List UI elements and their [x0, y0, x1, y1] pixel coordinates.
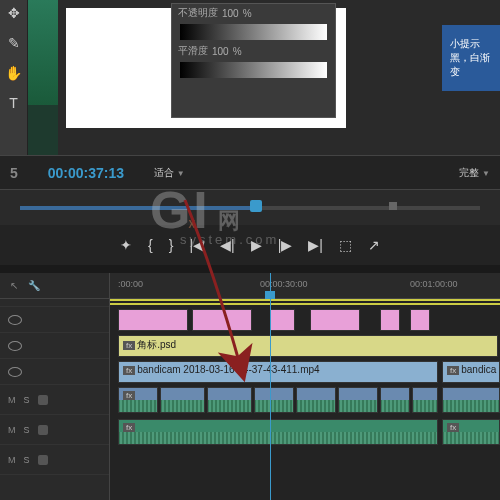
clip[interactable]: fxbandicam 2018-03-16 14-37-43-411.mp4: [118, 361, 438, 383]
program-monitor: 不透明度100% 平滑度100%: [58, 0, 500, 155]
clip[interactable]: [118, 309, 188, 331]
chevron-down-icon: ▼: [482, 169, 490, 178]
canvas[interactable]: 不透明度100% 平滑度100%: [66, 8, 346, 128]
timeline-tracks[interactable]: :00:00 00:00:30:00 00:01:00:00 fx角标.psd …: [110, 273, 500, 500]
scrub-bar[interactable]: [0, 190, 500, 225]
a3-header[interactable]: MS: [0, 445, 109, 475]
opacity-label: 不透明度: [178, 6, 218, 20]
clip[interactable]: [310, 309, 360, 331]
clip[interactable]: [380, 309, 400, 331]
cursor-icon[interactable]: ↖: [10, 280, 18, 291]
audio-clip[interactable]: [442, 387, 500, 413]
add-marker-icon[interactable]: ✦: [120, 237, 132, 253]
go-in-icon[interactable]: |◀: [189, 237, 204, 253]
audio-clip[interactable]: [338, 387, 378, 413]
mic-icon[interactable]: [38, 425, 48, 435]
out-marker[interactable]: [389, 202, 397, 210]
mic-icon[interactable]: [38, 395, 48, 405]
audio-clip[interactable]: [160, 387, 205, 413]
tooltip: 小提示 黑，白渐变: [442, 25, 500, 91]
move-tool-icon[interactable]: ✥: [3, 2, 25, 24]
timeline-tools: ↖ 🔧: [0, 273, 109, 299]
mark-out-icon[interactable]: }: [169, 237, 174, 253]
fit-dropdown[interactable]: 适合: [154, 167, 174, 178]
v1-track: fxbandicam 2018-03-16 14-37-43-411.mp4 f…: [110, 359, 500, 385]
eye-icon[interactable]: [8, 341, 22, 351]
ruler-tick: 00:01:00:00: [410, 279, 458, 289]
a1-header[interactable]: MS: [0, 385, 109, 415]
step-forward-icon[interactable]: |▶: [278, 237, 293, 253]
v1-header[interactable]: [0, 359, 109, 385]
quality-dropdown[interactable]: 完整: [459, 167, 479, 178]
v3-track: [110, 307, 500, 333]
program-bar: 5 00:00:37:13 适合 ▼ 完整 ▼: [0, 155, 500, 190]
lift-icon[interactable]: ⬚: [339, 237, 352, 253]
track-header-panel: ↖ 🔧 MS MS MS: [0, 273, 110, 500]
gradient-panel: 不透明度100% 平滑度100%: [171, 3, 336, 118]
hand-tool-icon[interactable]: ✋: [3, 62, 25, 84]
transport-controls: ✦ { } |◀ ◀| ▶ |▶ ▶| ⬚ ↗: [0, 225, 500, 265]
source-mark: 5: [10, 165, 18, 181]
timeline: ↖ 🔧 MS MS MS :00:00 00:00:30:00 00:01:00…: [0, 273, 500, 500]
audio-clip[interactable]: [380, 387, 410, 413]
play-icon[interactable]: ▶: [251, 237, 262, 253]
playhead[interactable]: [270, 273, 271, 500]
a2-track: fx fx: [110, 417, 500, 447]
audio-clip[interactable]: fx: [118, 419, 438, 445]
clip[interactable]: fxbandica: [442, 361, 500, 383]
eye-icon[interactable]: [8, 367, 22, 377]
audio-clip[interactable]: [254, 387, 294, 413]
step-back-icon[interactable]: ◀|: [220, 237, 235, 253]
wrench-icon[interactable]: 🔧: [28, 280, 40, 291]
audio-clip[interactable]: [412, 387, 438, 413]
clip[interactable]: [270, 309, 295, 331]
audio-clip[interactable]: [207, 387, 252, 413]
mic-icon[interactable]: [38, 455, 48, 465]
gradient-stops[interactable]: [180, 62, 327, 78]
smooth-label: 平滑度: [178, 44, 208, 58]
go-out-icon[interactable]: ▶|: [308, 237, 323, 253]
audio-waveform: [28, 0, 58, 155]
tooltip-text: 黑，白渐变: [450, 51, 492, 79]
type-tool-icon[interactable]: T: [3, 92, 25, 114]
clip[interactable]: [410, 309, 430, 331]
clip[interactable]: [192, 309, 252, 331]
audio-clip[interactable]: [296, 387, 336, 413]
ruler-tick: 00:00:30:00: [260, 279, 308, 289]
brush-tool-icon[interactable]: ✎: [3, 32, 25, 54]
v2-header[interactable]: [0, 333, 109, 359]
time-ruler[interactable]: :00:00 00:00:30:00 00:01:00:00: [110, 273, 500, 299]
v3-header[interactable]: [0, 307, 109, 333]
a1-track: fx: [110, 385, 500, 415]
ruler-tick: :00:00: [118, 279, 143, 289]
clip[interactable]: fx角标.psd: [118, 335, 498, 357]
timecode[interactable]: 00:00:37:13: [48, 165, 124, 181]
a2-header[interactable]: MS: [0, 415, 109, 445]
audio-clip[interactable]: fx: [442, 419, 500, 445]
tool-column: ✥ ✎ ✋ T: [0, 0, 28, 155]
v2-track: fx角标.psd: [110, 333, 500, 359]
eye-icon[interactable]: [8, 315, 22, 325]
export-icon[interactable]: ↗: [368, 237, 380, 253]
playhead-handle[interactable]: [250, 200, 262, 212]
scrub-track[interactable]: [20, 206, 480, 210]
tooltip-title: 小提示: [450, 37, 492, 51]
audio-clip[interactable]: fx: [118, 387, 158, 413]
mark-in-icon[interactable]: {: [148, 237, 153, 253]
work-area[interactable]: [110, 299, 500, 305]
gradient-bar[interactable]: [180, 24, 327, 40]
chevron-down-icon: ▼: [177, 169, 185, 178]
